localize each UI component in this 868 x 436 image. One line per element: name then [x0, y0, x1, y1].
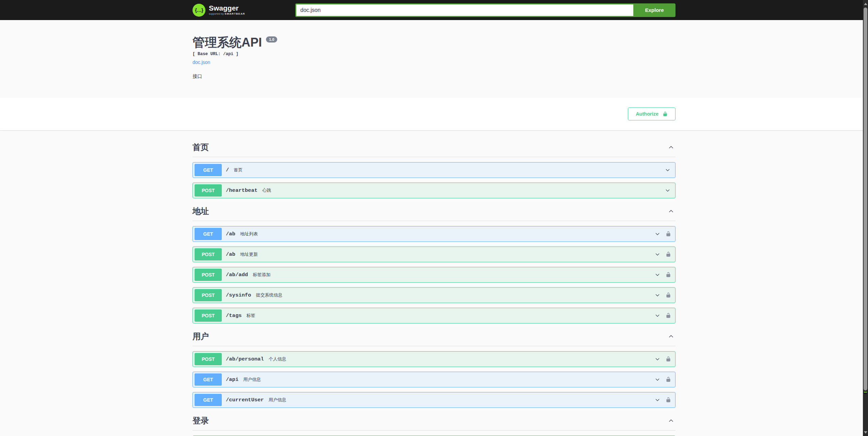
page-title: 管理系统API 1.0 [193, 36, 675, 49]
operation-controls [654, 397, 671, 403]
operation-controls [654, 251, 671, 258]
chevron-up-icon[interactable] [667, 333, 675, 340]
tag-title: 登录 [193, 415, 209, 426]
version-badge: 1.0 [266, 36, 277, 43]
base-url: [ Base URL: /api ] [193, 52, 675, 56]
chevron-up-icon[interactable] [667, 144, 675, 151]
operation-row[interactable]: POST /ab/add 标签添加 [193, 267, 675, 283]
lock-icon[interactable] [666, 397, 671, 403]
lock-icon[interactable] [666, 272, 671, 278]
lock-icon[interactable] [666, 376, 671, 382]
smartbear-credit: supported by SMARTBEAR [209, 13, 245, 15]
tag-section: 地址 GET /ab 地址列表 POST /ab 地址更新 [193, 203, 675, 323]
operation-path: /heartbeat [226, 187, 257, 194]
swagger-wordmark: Swagger supported by SMARTBEAR [209, 4, 245, 15]
operation-summary: 地址列表 [240, 231, 258, 237]
method-badge: POST [195, 309, 222, 322]
chevron-down-icon[interactable] [654, 231, 661, 237]
tag-header[interactable]: 用户 [193, 328, 675, 346]
operation-path: /tags [226, 313, 242, 319]
operation-row[interactable]: POST /ab 地址更新 [193, 247, 675, 262]
scrollbar-down-arrow-icon[interactable] [864, 431, 867, 434]
operation-path: /ab/add [226, 272, 248, 278]
explore-search-bar: Explore [295, 3, 675, 17]
method-badge: GET [195, 228, 222, 240]
chevron-down-icon[interactable] [654, 397, 661, 403]
method-badge: POST [195, 248, 222, 261]
chevron-up-icon[interactable] [667, 417, 675, 424]
authorize-label: Authorize [636, 111, 658, 117]
chevron-down-icon[interactable] [654, 376, 661, 383]
operation-summary: 标签 [247, 313, 255, 319]
operation-controls [654, 271, 671, 278]
operation-summary: 首页 [234, 167, 243, 173]
scrollbar-thumb[interactable] [864, 7, 867, 390]
lock-icon[interactable] [666, 292, 671, 298]
tag-section: 首页 GET / 首页 POST /heartbeat 心跳 [193, 139, 675, 198]
operation-controls [654, 231, 671, 237]
tag-operations: GET /ab 地址列表 POST /ab 地址更新 POST /ab/add … [193, 226, 675, 323]
lock-icon[interactable] [666, 356, 671, 362]
operation-summary: 心跳 [262, 187, 271, 194]
operation-row[interactable]: GET / 首页 [193, 162, 675, 178]
method-badge: POST [195, 289, 222, 301]
operation-row[interactable]: POST /heartbeat 心跳 [193, 183, 675, 198]
unlock-icon [663, 111, 668, 117]
operations-list: 首页 GET / 首页 POST /heartbeat 心跳 [186, 130, 682, 436]
chevron-down-icon[interactable] [654, 312, 661, 319]
operation-row[interactable]: POST /sysinfo 提交系统信息 [193, 287, 675, 303]
operation-controls [664, 187, 671, 194]
tag-header[interactable]: 首页 [193, 139, 675, 157]
page-scrollbar[interactable] [863, 0, 868, 436]
tag-section: 用户 POST /ab/personal 个人信息 GET /api 用户信息 [193, 328, 675, 408]
swagger-logo-text: Swagger [209, 4, 245, 12]
tag-title: 用户 [193, 331, 209, 342]
operation-path: /sysinfo [226, 292, 251, 298]
operation-path: /ab [226, 251, 235, 257]
chevron-down-icon[interactable] [654, 271, 661, 278]
lock-icon[interactable] [666, 313, 671, 318]
swagger-logo[interactable]: {…} Swagger supported by SMARTBEAR [193, 4, 245, 17]
operation-summary: 用户信息 [269, 397, 286, 403]
info-section: 管理系统API 1.0 [ Base URL: /api ] doc.json … [0, 20, 868, 98]
operation-row[interactable]: GET /api 用户信息 [193, 372, 675, 387]
chevron-down-icon[interactable] [654, 251, 661, 258]
scrollbar-marker [864, 391, 867, 394]
operation-summary: 地址更新 [240, 251, 258, 257]
spec-link[interactable]: doc.json [193, 60, 210, 65]
operation-path: /api [226, 376, 238, 383]
tag-operations: POST /ab/personal 个人信息 GET /api 用户信息 GET… [193, 351, 675, 408]
chevron-down-icon[interactable] [664, 167, 671, 173]
lock-icon[interactable] [666, 231, 671, 237]
chevron-up-icon[interactable] [667, 207, 675, 215]
method-badge: POST [195, 353, 222, 365]
scheme-container: Authorize [0, 98, 868, 130]
operation-controls [654, 312, 671, 319]
operation-path: /ab/personal [226, 356, 264, 362]
operation-row[interactable]: GET /ab 地址列表 [193, 226, 675, 242]
method-badge: GET [195, 373, 222, 386]
scrollbar-up-arrow-icon[interactable] [864, 3, 867, 5]
method-badge: POST [195, 184, 222, 197]
operation-path: /currentUser [226, 397, 264, 403]
api-description: 接口 [193, 73, 675, 80]
operation-row[interactable]: GET /currentUser 用户信息 [193, 392, 675, 408]
operation-row[interactable]: POST /tags 标签 [193, 308, 675, 323]
operation-controls [654, 356, 671, 363]
spec-url-input[interactable] [295, 3, 633, 17]
chevron-down-icon[interactable] [654, 292, 661, 299]
lock-icon[interactable] [666, 251, 671, 257]
authorize-button[interactable]: Authorize [628, 107, 675, 120]
topbar: {…} Swagger supported by SMARTBEAR Explo… [0, 0, 868, 20]
chevron-down-icon[interactable] [664, 187, 671, 194]
chevron-down-icon[interactable] [654, 356, 661, 363]
tag-header[interactable]: 地址 [193, 203, 675, 221]
tag-operations: GET / 首页 POST /heartbeat 心跳 [193, 162, 675, 198]
tag-title: 首页 [193, 142, 209, 153]
operation-controls [654, 292, 671, 299]
explore-button[interactable]: Explore [633, 3, 675, 17]
tag-header[interactable]: 登录 [193, 413, 675, 431]
operation-row[interactable]: POST /ab/personal 个人信息 [193, 351, 675, 367]
operation-controls [654, 376, 671, 383]
swagger-logo-icon: {…} [193, 4, 205, 17]
